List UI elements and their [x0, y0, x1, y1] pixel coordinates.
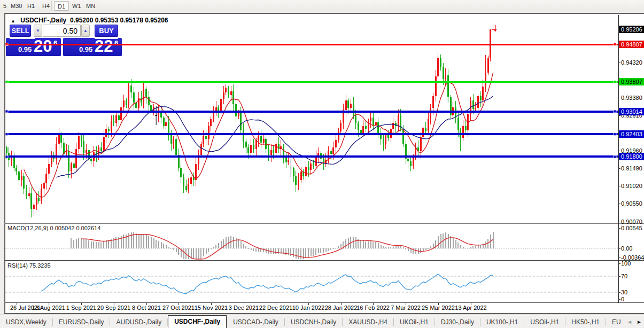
macd-tick — [618, 257, 620, 258]
timeframe-button-D1[interactable]: D1 — [54, 1, 69, 11]
price-tick — [618, 63, 620, 63]
price-pane[interactable] — [5, 15, 618, 223]
symbol-tabbar: USDX,WeeklyEURUSD-,DailyAUDUSD-,DailyUSD… — [0, 315, 644, 328]
tab-audusd-daily[interactable]: AUDUSD-,Daily — [110, 317, 167, 328]
price-tick — [618, 115, 620, 116]
price-tick — [618, 98, 620, 98]
date-label: 13 Apr 2022 — [455, 304, 486, 311]
timeframe-button-M30[interactable]: M30 — [7, 1, 25, 11]
date-label: 13 Aug 2021 — [32, 304, 65, 311]
date-label: 15 Nov 2021 — [195, 304, 228, 311]
timeframe-button-H4[interactable]: H4 — [39, 1, 53, 11]
date-label: 1 Sep 2021 — [66, 304, 96, 311]
rsi-tick-label: 70 — [621, 273, 644, 280]
tab-usdchf-daily[interactable]: USDCHF-,Daily — [168, 315, 227, 328]
rsi-tick — [618, 292, 620, 293]
tabs-scroll-left-button[interactable]: ◄ — [625, 317, 634, 328]
date-label: 3 Dec 2021 — [229, 304, 259, 311]
rsi-tick — [618, 299, 620, 300]
macd-tick — [618, 228, 620, 229]
date-label: 28 Jan 2022 — [325, 304, 358, 311]
price-tick-label: 0.91490 — [621, 165, 644, 172]
price-tick — [618, 186, 620, 186]
price-tick-label: 0.93380 — [621, 95, 644, 101]
rsi-tick — [618, 276, 620, 277]
price-tick-label: 0.90550 — [621, 200, 644, 207]
price-tick — [618, 222, 620, 222]
mt4-terminal: 5M30H1H4D1W1MN ▲ USDCHF-,Daily 0.95200 0… — [0, 0, 644, 328]
date-label: 8 Oct 2021 — [132, 304, 161, 311]
price-level-badge: 0.92403 — [619, 130, 644, 138]
tab-uk100-h1[interactable]: UK100-,H1 — [480, 317, 524, 328]
rsi-tick-label: 100 — [621, 260, 644, 267]
tab-xauusd-h4[interactable]: XAUUSD-,H4 — [343, 317, 393, 328]
rsi-tick-label: 30 — [621, 289, 644, 296]
tab-usdx-weekly[interactable]: USDX,Weekly — [0, 317, 52, 328]
date-label: 22 Dec 2021 — [259, 304, 292, 311]
date-label: 27 Oct 2021 — [162, 304, 195, 311]
price-tick-label: 0.94320 — [621, 59, 644, 66]
date-label: 10 Jan 2022 — [292, 304, 325, 311]
tab-hk50-h1[interactable]: HK50-,H1 — [565, 317, 606, 328]
rsi-pane[interactable] — [5, 261, 618, 302]
timeframe-toolbar: 5M30H1H4D1W1MN — [0, 0, 644, 12]
price-level-badge: 0.93014 — [619, 108, 644, 115]
tab-dj30-daily[interactable]: DJ30-,Daily — [435, 317, 480, 328]
tab-usdcnh-daily[interactable]: USDCNH-,Daily — [285, 317, 342, 328]
price-tick-label: 0.91020 — [621, 183, 644, 190]
tab-ukoil-h1[interactable]: UKOil-,H1 — [394, 317, 434, 328]
macd-tick-label: 0.00545 — [621, 225, 644, 232]
tab-usdcad-daily[interactable]: USDCAD-,Daily — [227, 317, 284, 328]
price-level-badge: 0.91800 — [619, 153, 644, 160]
pane-separator — [4, 302, 644, 303]
price-level-badge: 0.94807 — [619, 41, 644, 48]
macd-tick-label: 0.00 — [621, 245, 644, 252]
price-level-badge: 0.93807 — [619, 78, 644, 85]
date-label: 20 Sep 2021 — [97, 304, 130, 311]
date-label: 25 Mar 2022 — [422, 304, 455, 311]
tab-usoil-h1[interactable]: USOil-,H1 — [524, 317, 565, 328]
rsi-tick-label: 0 — [621, 296, 644, 303]
price-tick — [618, 168, 620, 169]
macd-tick — [618, 248, 620, 249]
tab-eurusd-daily[interactable]: EURUSD-,Daily — [53, 317, 110, 328]
tab-overflow[interactable]: EU — [606, 317, 622, 328]
price-tick — [618, 151, 620, 151]
date-label: 16 Feb 2022 — [356, 304, 390, 311]
date-label: 7 Mar 2022 — [391, 304, 421, 311]
price-level-badge: 0.95206 — [619, 26, 644, 33]
tabs-scroll-right-button[interactable]: ► — [634, 317, 644, 328]
macd-label: MACD(12,26,9) 0.005042 0.002614 — [7, 225, 100, 231]
timeframe-button-H1[interactable]: H1 — [24, 1, 38, 11]
rsi-label: RSI(14) 75.3235 — [7, 262, 51, 269]
rsi-tick — [618, 263, 620, 264]
price-tick — [618, 204, 620, 204]
timeframe-button-W1[interactable]: W1 — [69, 1, 84, 11]
timeframe-button-MN[interactable]: MN — [83, 1, 98, 11]
